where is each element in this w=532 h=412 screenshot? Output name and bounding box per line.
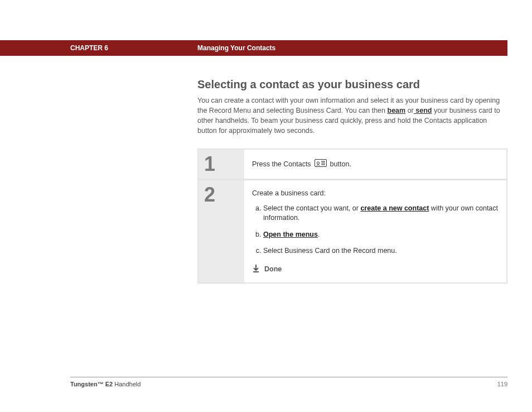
step-1-body: Press the Contacts button. bbox=[244, 150, 506, 179]
product-name: Tungsten™ E2 Handheld bbox=[70, 381, 141, 387]
step-2-lead: Create a business card: bbox=[252, 189, 499, 197]
chapter-label: CHAPTER 6 bbox=[70, 44, 108, 52]
substep-a-pre: Select the contact you want, or bbox=[263, 204, 360, 212]
step-1-number: 1 bbox=[204, 154, 215, 174]
open-menus-link[interactable]: Open the menus bbox=[263, 231, 318, 238]
step-2-row: 2 Create a business card: Select the con… bbox=[199, 180, 506, 282]
step-2-body: Create a business card: Select the conta… bbox=[244, 180, 506, 282]
step-1-text-post: button. bbox=[330, 160, 351, 168]
product-name-rest: Handheld bbox=[113, 381, 141, 387]
intro-paragraph: You can create a contact with your own i… bbox=[197, 95, 507, 136]
contacts-icon bbox=[315, 159, 327, 169]
step-1-number-cell: 1 bbox=[199, 150, 244, 179]
chapter-title: Managing Your Contacts bbox=[197, 44, 275, 52]
step-1-text-pre: Press the Contacts bbox=[252, 160, 311, 168]
intro-text-mid: or bbox=[405, 107, 414, 114]
step-2-substeps: Select the contact you want, or create a… bbox=[252, 204, 499, 256]
substep-a: Select the contact you want, or create a… bbox=[263, 204, 499, 223]
manual-page: CHAPTER 6 Managing Your Contacts Selecti… bbox=[0, 0, 532, 412]
page-number: 119 bbox=[497, 381, 507, 387]
substep-c: Select Business Card on the Record menu. bbox=[263, 246, 499, 256]
done-label: Done bbox=[264, 265, 282, 273]
beam-link[interactable]: beam bbox=[388, 107, 406, 114]
substep-b-post: . bbox=[318, 231, 320, 238]
create-contact-link[interactable]: create a new contact bbox=[360, 204, 429, 212]
step-1-row: 1 Press the Contacts b bbox=[199, 150, 506, 180]
step-2-number: 2 bbox=[204, 185, 215, 205]
content-area: Selecting a contact as your business car… bbox=[197, 78, 507, 284]
page-footer: Tungsten™ E2 Handheld 119 bbox=[70, 377, 507, 387]
step-2-number-cell: 2 bbox=[199, 180, 244, 282]
done-row: Done bbox=[252, 264, 499, 275]
send-link[interactable]: send bbox=[414, 107, 432, 114]
substep-b: Open the menus. bbox=[263, 230, 499, 240]
section-heading: Selecting a contact as your business car… bbox=[197, 78, 507, 91]
done-arrow-icon bbox=[252, 264, 260, 275]
steps-container: 1 Press the Contacts b bbox=[197, 148, 507, 284]
chapter-header-bar: CHAPTER 6 Managing Your Contacts bbox=[0, 40, 507, 56]
product-name-bold: Tungsten™ E2 bbox=[70, 381, 113, 387]
